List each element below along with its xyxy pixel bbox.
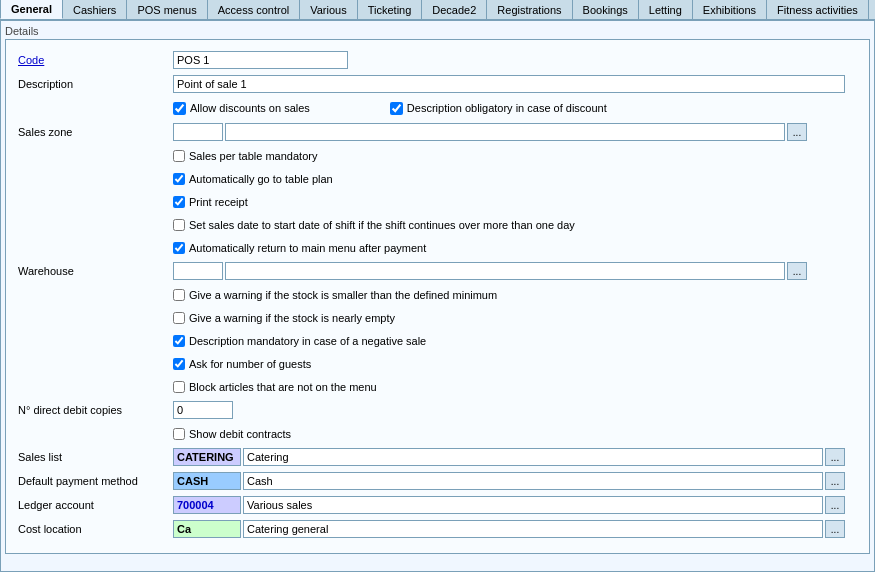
code-input[interactable]: [173, 51, 348, 69]
cost-code-input[interactable]: [173, 520, 241, 538]
set-sales-date-checkbox[interactable]: [173, 219, 185, 231]
allow-discounts-col: Allow discounts on sales: [173, 102, 310, 115]
code-label: Code: [18, 54, 173, 66]
desc-mandatory-negative-row: Description mandatory in case of a negat…: [173, 331, 857, 351]
code-row: Code: [18, 50, 857, 70]
sales-list-fields: ...: [173, 448, 845, 466]
description-input[interactable]: [173, 75, 845, 93]
print-receipt-checkbox[interactable]: [173, 196, 185, 208]
ask-guests-row: Ask for number of guests: [173, 354, 857, 374]
show-debit-contracts-checkbox[interactable]: [173, 428, 185, 440]
sales-zone-btn[interactable]: ...: [787, 123, 807, 141]
warehouse-btn[interactable]: ...: [787, 262, 807, 280]
tab-registrations[interactable]: Registrations: [487, 0, 572, 19]
payment-method-btn[interactable]: ...: [825, 472, 845, 490]
sales-zone-fields: ...: [173, 123, 807, 141]
tab-various[interactable]: Various: [300, 0, 357, 19]
cost-location-label: Cost location: [18, 523, 173, 535]
sales-zone-label: Sales zone: [18, 126, 173, 138]
cost-location-fields: ...: [173, 520, 845, 538]
description-row: Description: [18, 74, 857, 94]
sales-list-label: Sales list: [18, 451, 173, 463]
auto-return-row: Automatically return to main menu after …: [173, 238, 857, 258]
set-sales-date-row: Set sales date to start date of shift if…: [173, 215, 857, 235]
sales-list-row: Sales list ...: [18, 447, 857, 467]
sales-list-code-input[interactable]: [173, 448, 241, 466]
payment-method-code-input[interactable]: [173, 472, 241, 490]
warehouse-fields: ...: [173, 262, 807, 280]
cost-location-btn[interactable]: ...: [825, 520, 845, 538]
discounts-row: Allow discounts on sales Description obl…: [173, 98, 857, 118]
direct-debit-row: N° direct debit copies: [18, 400, 857, 420]
print-receipt-row: Print receipt: [173, 192, 857, 212]
sales-zone-code-input[interactable]: [173, 123, 223, 141]
tab-cashiers[interactable]: Cashiers: [63, 0, 127, 19]
direct-debit-input[interactable]: [173, 401, 233, 419]
direct-debit-label: N° direct debit copies: [18, 404, 173, 416]
warehouse-desc-input[interactable]: [225, 262, 785, 280]
warehouse-label: Warehouse: [18, 265, 173, 277]
ledger-fields: ...: [173, 496, 845, 514]
warn-stock-empty-checkbox[interactable]: [173, 312, 185, 324]
tab-bar: General Cashiers POS menus Access contro…: [0, 0, 875, 20]
cost-desc-input[interactable]: [243, 520, 823, 538]
details-box: Code Description Allow discounts on sale…: [5, 39, 870, 554]
auto-return-checkbox[interactable]: [173, 242, 185, 254]
payment-method-row: Default payment method ...: [18, 471, 857, 491]
warn-stock-min-row: Give a warning if the stock is smaller t…: [173, 285, 857, 305]
tab-general[interactable]: General: [0, 0, 63, 19]
tab-fitness-activities[interactable]: Fitness activities: [767, 0, 869, 19]
tab-bookings[interactable]: Bookings: [573, 0, 639, 19]
auto-table-plan-row: Automatically go to table plan: [173, 169, 857, 189]
form-area: Code Description Allow discounts on sale…: [12, 46, 863, 547]
description-label: Description: [18, 78, 173, 90]
tab-exhibitions[interactable]: Exhibitions: [693, 0, 767, 19]
sales-zone-desc-input[interactable]: [225, 123, 785, 141]
desc-mandatory-negative-checkbox[interactable]: [173, 335, 185, 347]
section-details: Details: [5, 25, 870, 37]
ledger-btn[interactable]: ...: [825, 496, 845, 514]
tab-access-control[interactable]: Access control: [208, 0, 301, 19]
cost-location-row: Cost location ...: [18, 519, 857, 539]
payment-method-desc-input[interactable]: [243, 472, 823, 490]
ledger-desc-input[interactable]: [243, 496, 823, 514]
sales-list-btn[interactable]: ...: [825, 448, 845, 466]
ledger-row: Ledger account ...: [18, 495, 857, 515]
sales-per-table-row: Sales per table mandatory: [173, 146, 857, 166]
main-content: Details Code Description A: [0, 20, 875, 572]
tab-pos-menus[interactable]: POS menus: [127, 0, 207, 19]
tab-letting[interactable]: Letting: [639, 0, 693, 19]
warn-stock-empty-row: Give a warning if the stock is nearly em…: [173, 308, 857, 328]
tab-ticketing[interactable]: Ticketing: [358, 0, 423, 19]
code-link[interactable]: Code: [18, 54, 44, 66]
ledger-label: Ledger account: [18, 499, 173, 511]
sales-list-desc-input[interactable]: [243, 448, 823, 466]
payment-method-label: Default payment method: [18, 475, 173, 487]
ask-guests-checkbox[interactable]: [173, 358, 185, 370]
block-articles-row: Block articles that are not on the menu: [173, 377, 857, 397]
sales-per-table-checkbox[interactable]: [173, 150, 185, 162]
allow-discounts-checkbox[interactable]: [173, 102, 186, 115]
desc-obligatory-checkbox[interactable]: [390, 102, 403, 115]
show-debit-contracts-row: Show debit contracts: [173, 424, 857, 444]
desc-obligatory-col: Description obligatory in case of discou…: [390, 102, 607, 115]
warehouse-row: Warehouse ...: [18, 261, 857, 281]
payment-method-fields: ...: [173, 472, 845, 490]
warn-stock-min-checkbox[interactable]: [173, 289, 185, 301]
warehouse-code-input[interactable]: [173, 262, 223, 280]
block-articles-checkbox[interactable]: [173, 381, 185, 393]
sales-zone-row: Sales zone ...: [18, 122, 857, 142]
ledger-code-input[interactable]: [173, 496, 241, 514]
tab-decade2[interactable]: Decade2: [422, 0, 487, 19]
auto-table-plan-checkbox[interactable]: [173, 173, 185, 185]
